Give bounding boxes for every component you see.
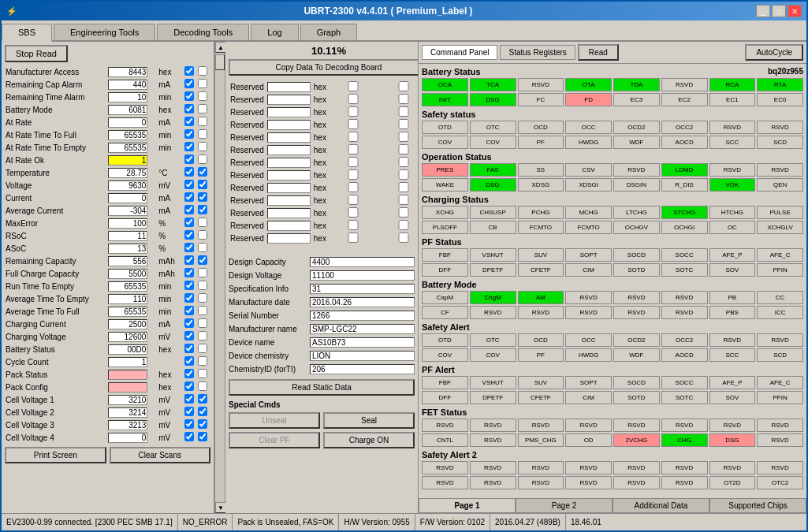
sbs-check1[interactable] [184,192,194,202]
sbs-check1[interactable] [184,154,194,164]
sbs-value-input[interactable] [108,395,147,405]
sbs-check2[interactable] [198,306,207,315]
tab-graph[interactable]: Graph [300,24,358,40]
sbs-check2[interactable] [198,369,207,378]
sbs-value-input[interactable] [108,92,147,102]
sbs-check1[interactable] [184,255,194,265]
reserved-input[interactable] [267,208,311,218]
sbs-value-input[interactable] [108,307,147,317]
reserved-check[interactable] [330,182,377,192]
sbs-value-input[interactable] [108,319,147,329]
reserved-check[interactable] [330,169,377,180]
sbs-check1[interactable] [184,117,194,126]
sbs-check1[interactable] [184,356,194,366]
static-field-input[interactable] [310,337,415,348]
reserved-check2[interactable] [380,182,419,192]
reserved-input[interactable] [267,145,311,155]
reserved-input[interactable] [267,170,311,180]
sbs-check1[interactable] [184,394,194,404]
sbs-check2[interactable] [198,394,207,404]
reserved-input[interactable] [267,158,311,168]
reserved-check[interactable] [330,157,377,167]
page-tab-supported[interactable]: Supported Chips [709,499,806,513]
scroll-down-btn[interactable]: ▼ [215,502,226,513]
reserved-input[interactable] [267,132,311,143]
clear-scans-button[interactable]: Clear Scans [110,447,211,463]
sbs-check1[interactable] [184,281,194,290]
scroll-thumb[interactable] [215,54,225,70]
sbs-value-input[interactable] [108,130,147,140]
reserved-input[interactable] [267,233,311,244]
sbs-value-input[interactable] [108,420,147,430]
sbs-check1[interactable] [184,167,194,177]
sbs-value-input[interactable] [108,433,147,443]
sbs-value-input[interactable] [108,294,147,304]
reserved-check2[interactable] [380,119,419,129]
page-tab-additional[interactable]: Additional Data [613,499,709,513]
sbs-check1[interactable] [184,419,194,429]
reserved-check[interactable] [330,119,377,129]
sbs-check1[interactable] [184,218,194,227]
reserved-check2[interactable] [380,233,419,243]
sbs-check2[interactable] [198,154,207,164]
sbs-check1[interactable] [184,381,194,391]
sbs-check1[interactable] [184,104,194,113]
sbs-check1[interactable] [184,318,194,328]
reserved-check2[interactable] [380,157,419,167]
sbs-check2[interactable] [198,293,207,303]
copy-data-button[interactable]: Copy Data To Decoding Board [229,59,419,76]
reserved-check2[interactable] [380,81,419,91]
sbs-value-input[interactable] [108,357,147,367]
sbs-check2[interactable] [198,192,207,202]
sbs-value-input[interactable] [108,344,147,355]
sbs-value-input[interactable] [108,105,147,115]
left-scrollbar[interactable]: ▲ ▼ [214,42,225,513]
reserved-input[interactable] [267,107,311,117]
stop-read-button[interactable]: Stop Read [5,45,68,62]
charge-on-button[interactable]: Charge ON [323,432,415,448]
sbs-check2[interactable] [198,281,207,290]
sbs-value-input[interactable] [108,180,147,191]
sbs-value-input[interactable] [108,332,147,342]
static-field-input[interactable] [310,270,415,281]
sbs-check2[interactable] [198,255,207,265]
sbs-check1[interactable] [184,205,194,214]
clear-pf-button[interactable]: Clear PF [229,432,320,448]
sbs-value-input[interactable] [108,370,147,380]
sbs-value-input[interactable] [108,281,147,292]
sbs-check2[interactable] [198,167,207,177]
sbs-check2[interactable] [198,432,207,441]
sbs-check1[interactable] [184,180,194,189]
page-tab-1[interactable]: Page 1 [419,499,516,513]
seal-button[interactable]: Seal [323,412,415,429]
reserved-check2[interactable] [380,220,419,230]
sbs-check2[interactable] [198,117,207,126]
tab-sbs[interactable]: SBS [2,24,52,42]
page-tab-2[interactable]: Page 2 [516,499,613,513]
unseal-button[interactable]: Unseal [229,412,320,429]
sbs-check2[interactable] [198,230,207,240]
static-field-input[interactable] [310,297,415,307]
static-field-input[interactable] [310,351,415,361]
reserved-check[interactable] [330,144,377,154]
read-static-button[interactable]: Read Static Data [229,379,415,396]
sbs-check2[interactable] [198,180,207,189]
reserved-check2[interactable] [380,94,419,104]
sbs-check1[interactable] [184,331,194,340]
sbs-check1[interactable] [184,79,194,88]
sbs-check1[interactable] [184,344,194,353]
status-registers-tab[interactable]: Status Registers [500,45,575,60]
sbs-check1[interactable] [184,268,194,277]
sbs-check1[interactable] [184,91,194,101]
sbs-value-input[interactable] [108,269,147,279]
sbs-check1[interactable] [184,243,194,252]
print-screen-button[interactable]: Print Screen [5,447,106,463]
reserved-check[interactable] [330,195,377,205]
minimize-btn[interactable]: _ [756,5,770,17]
sbs-check2[interactable] [198,243,207,252]
sbs-check2[interactable] [198,218,207,227]
static-field-input[interactable] [310,364,415,374]
reserved-input[interactable] [267,183,311,193]
reserved-input[interactable] [267,95,311,105]
sbs-check1[interactable] [184,369,194,378]
